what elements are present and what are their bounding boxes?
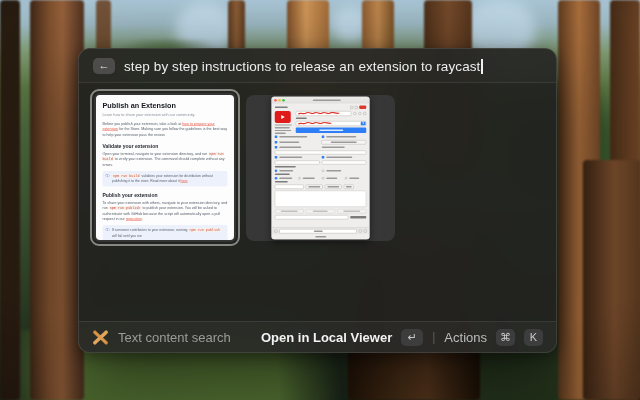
mode-label: Text content search [118,330,231,345]
option-label-placeholder [349,177,359,179]
search-bar[interactable]: ← step by step instructions to release a… [79,49,556,83]
doc-heading-validate: Validate your extension [103,143,228,149]
doc-heading-publish: Publish your extension [103,192,228,198]
radio-button [275,177,278,180]
dropdown-cap [361,121,366,125]
option-label-placeholder [303,177,315,179]
info-icon: ⓘ [106,174,110,184]
desktop: ← step by step instructions to release a… [0,0,640,400]
app-button [306,184,323,189]
launcher-panel: ← step by step instructions to release a… [78,48,557,353]
main-columns [275,111,367,134]
app-body [272,104,370,228]
extension-logo-x-icon [92,329,109,346]
checkbox [322,136,325,139]
doc-window-frame: Publish an Extension Learn how to share … [94,93,236,242]
result-thumbnail-docs-page[interactable]: Publish an Extension Learn how to share … [90,89,240,246]
button-label-placeholder [308,186,320,188]
doc-content: Publish an Extension Learn how to share … [96,95,234,240]
minimize-traffic-light [278,99,281,102]
app-icon-column [275,111,294,134]
device-row [275,106,367,110]
tweaks-list-box [275,191,367,208]
close-traffic-light [274,99,277,102]
checkbox [275,136,278,139]
option-label-placeholder [279,141,299,143]
app-name-input [275,150,367,154]
checkbox [275,156,278,159]
text-line [275,133,286,134]
settings-icon [274,230,277,233]
redacted-account-scribble [297,111,340,115]
button-label-placeholder [319,130,343,132]
button-label-placeholder [331,141,357,143]
app-button [306,209,335,214]
play-icon [281,115,285,119]
edit-icon [358,112,361,115]
info-callout: ⓘ If someone contributes to your extensi… [103,225,228,240]
app-button [275,209,304,214]
text-caret [481,59,483,74]
radio-button [298,177,301,180]
radio-button [275,169,278,172]
checkbox [275,146,278,149]
actions-button[interactable]: Actions [444,330,487,345]
info-icon: ⓘ [106,228,110,240]
pause-icon [359,230,362,233]
apple-id-field [296,121,367,126]
command-key-badge: ⌘ [496,329,515,346]
refresh-icon [350,106,353,109]
path-input [275,215,349,220]
share-icon [363,112,366,115]
account-dropdown [296,111,352,116]
doc-link: here [181,179,188,183]
app-window [271,97,370,240]
redacted-appleid-scribble [297,121,332,125]
section-label-placeholder [275,166,296,168]
signing-mode-row [275,177,367,180]
checkbox-row [275,140,367,145]
doc-page: Publish an Extension Learn how to share … [96,95,234,240]
version-input [275,160,320,164]
radio-row [275,169,367,172]
button-label-placeholder [314,230,323,232]
text-line [275,130,292,131]
doc-link: repository [126,216,142,221]
doc-validate-paragraph: Open your terminal, navigate to your ext… [103,151,228,167]
zoom-traffic-light [282,99,285,102]
search-input[interactable]: step by step instructions to release an … [124,57,483,75]
result-thumbnail-app-window[interactable] [246,95,395,241]
results-area: Publish an Extension Learn how to share … [79,83,556,321]
button-label-placeholder [313,210,328,212]
button-label-placeholder [327,186,339,188]
youtube-app-icon [275,111,291,123]
option-label-placeholder [326,136,356,138]
button-label-placeholder [281,210,298,212]
app-status-bar [272,234,370,239]
tweak-input [275,184,304,189]
k-key-badge: K [524,329,543,346]
status-label-placeholder [315,236,326,238]
option-label-placeholder [279,170,293,172]
radio-button [322,169,325,172]
start-button [279,229,357,234]
radio-button [322,177,325,180]
window-title-placeholder [313,99,341,101]
chevron-down-icon [362,123,364,125]
section-label-placeholder [275,174,290,176]
input-row [275,160,367,164]
doc-intro: Before you publish your extension, take … [103,121,228,137]
option-label-placeholder [326,177,337,179]
option-label-placeholder [322,147,345,149]
open-in-local-viewer-button[interactable]: Open in Local Viewer [261,330,392,345]
text-line [275,124,292,125]
back-arrow-icon: ← [99,60,110,71]
back-button[interactable]: ← [93,58,115,74]
doc-publish-paragraph: To share your extension with others, nav… [103,200,228,222]
email-changes-label-placeholder [350,216,366,219]
app-button [325,184,342,189]
lock-icon [353,112,356,115]
app-button [344,184,354,189]
bundle-id-input [322,160,367,164]
app-window-scaler [271,97,370,240]
